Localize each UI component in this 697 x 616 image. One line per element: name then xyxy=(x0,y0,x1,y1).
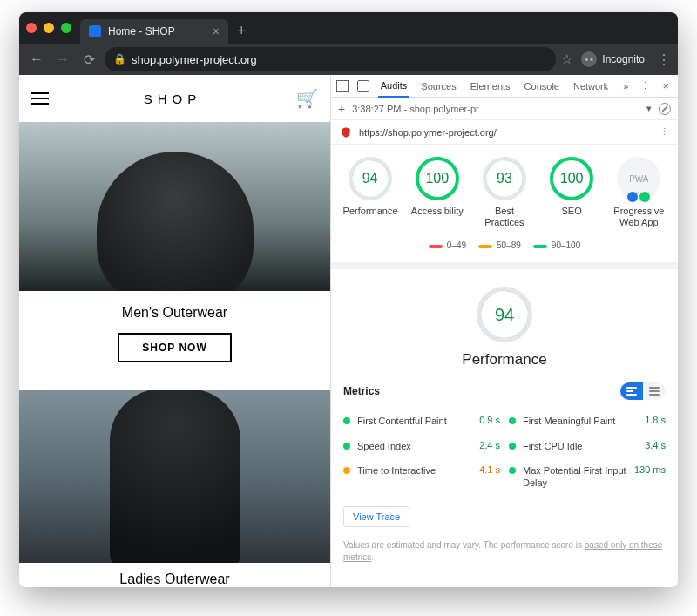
tab-sources[interactable]: Sources xyxy=(418,81,458,91)
metrics-view-toggle[interactable] xyxy=(620,382,666,400)
score-best-practices[interactable]: 93BestPractices xyxy=(477,157,531,228)
devtools-close-button[interactable]: × xyxy=(659,79,673,92)
category-title-mens: Men's Outerwear xyxy=(19,305,330,321)
site-header: SHOP 🛒 xyxy=(19,75,330,122)
metric-first-meaningful-paint: First Meaningful Paint1.8 s xyxy=(509,409,666,433)
dropdown-icon[interactable]: ▾ xyxy=(646,103,652,114)
forward-button[interactable]: → xyxy=(52,51,73,67)
tab-audits[interactable]: Audits xyxy=(378,75,410,98)
cart-button[interactable]: 🛒 xyxy=(296,88,318,109)
hero-image-ladies xyxy=(19,390,330,563)
incognito-indicator[interactable]: 👓 Incognito xyxy=(581,51,645,67)
browser-toolbar: ← → ⟳ 🔒 shop.polymer-project.org ☆ 👓 Inc… xyxy=(19,44,678,75)
clear-audits-button[interactable] xyxy=(659,103,671,115)
reload-button[interactable]: ⟳ xyxy=(78,51,99,68)
metric-value: 2.4 s xyxy=(479,440,500,450)
metric-value: 0.9 s xyxy=(479,415,500,425)
score-legend: 0–4950–8990–100 xyxy=(331,235,678,269)
disclaimer-text-a: Values are estimated and may vary. The p… xyxy=(343,540,585,550)
page-viewport: SHOP 🛒 Men's Outerwear SHOP NOW Ladies O… xyxy=(19,75,331,587)
inspect-element-icon[interactable] xyxy=(336,80,348,92)
category-block-mens: Men's Outerwear SHOP NOW xyxy=(19,291,330,383)
site-logo[interactable]: SHOP xyxy=(144,91,202,106)
score-pwa[interactable]: PWAProgressiveWeb App xyxy=(612,157,666,228)
favicon-icon xyxy=(89,25,101,37)
metric-status-dot xyxy=(509,443,516,450)
metric-status-dot xyxy=(343,443,350,450)
metric-name: Max Potential First Input Delay xyxy=(523,464,627,490)
shop-now-button[interactable]: SHOP NOW xyxy=(118,333,231,362)
tab-strip: Home - SHOP × + xyxy=(19,12,678,44)
audit-url-menu[interactable]: ⋮ xyxy=(660,126,669,138)
metrics-header: Metrics xyxy=(331,377,678,405)
close-window-button[interactable] xyxy=(26,23,37,33)
bookmark-star-icon[interactable]: ☆ xyxy=(561,51,572,67)
device-toolbar-icon[interactable] xyxy=(357,80,369,92)
address-bar[interactable]: 🔒 shop.polymer-project.org xyxy=(105,47,556,71)
metric-name: First Meaningful Paint xyxy=(523,415,638,427)
window-controls xyxy=(26,23,71,33)
metric-max-potential-first-input-delay: Max Potential First Input Delay130 ms xyxy=(509,458,666,496)
incognito-icon: 👓 xyxy=(581,51,597,67)
metric-first-contentful-paint: First Contentful Paint0.9 s xyxy=(343,409,500,433)
hero-image-mens xyxy=(19,122,330,291)
incognito-label: Incognito xyxy=(602,53,645,65)
browser-menu-button[interactable]: ⋮ xyxy=(657,51,671,68)
devtools-panel: Audits Sources Elements Console Network … xyxy=(331,75,678,587)
metric-status-dot xyxy=(343,467,350,474)
metric-name: First CPU Idle xyxy=(523,440,638,452)
maximize-window-button[interactable] xyxy=(61,23,71,33)
legend-item: 90–100 xyxy=(533,240,580,250)
metric-name: First Contentful Paint xyxy=(357,415,472,427)
browser-tab[interactable]: Home - SHOP × xyxy=(80,19,228,44)
new-tab-button[interactable]: + xyxy=(237,22,247,40)
minimize-window-button[interactable] xyxy=(44,23,54,33)
performance-value: 94 xyxy=(481,291,528,338)
tab-close-button[interactable]: × xyxy=(213,24,220,38)
metrics-heading: Metrics xyxy=(343,385,380,397)
audit-url: https://shop.polymer-project.org/ xyxy=(359,127,653,138)
category-title-ladies: Ladies Outerwear xyxy=(19,572,330,587)
score-seo[interactable]: 100SEO xyxy=(545,157,599,228)
metric-first-cpu-idle: First CPU Idle3.4 s xyxy=(509,434,666,458)
new-audit-button[interactable]: + xyxy=(338,102,345,116)
tab-network[interactable]: Network xyxy=(571,81,611,91)
metric-name: Time to Interactive xyxy=(357,464,472,477)
back-button[interactable]: ← xyxy=(26,51,47,67)
performance-gauge: 94 xyxy=(477,287,532,342)
metric-value: 130 ms xyxy=(634,464,666,475)
lighthouse-icon xyxy=(340,126,352,139)
view-trace-button[interactable]: View Trace xyxy=(343,506,409,527)
menu-button[interactable] xyxy=(31,92,49,105)
category-block-ladies: Ladies Outerwear xyxy=(19,563,330,587)
metric-time-to-interactive: Time to Interactive4.1 s xyxy=(343,458,500,496)
devtools-menu-button[interactable]: ⋮ xyxy=(640,80,650,91)
lock-icon: 🔒 xyxy=(113,53,126,65)
metric-status-dot xyxy=(343,417,350,424)
score-performance[interactable]: 94Performance xyxy=(343,157,397,228)
score-row: 94Performance100Accessibility93BestPract… xyxy=(331,145,678,235)
metric-status-dot xyxy=(509,467,516,474)
content-row: SHOP 🛒 Men's Outerwear SHOP NOW Ladies O… xyxy=(19,75,678,587)
tab-console[interactable]: Console xyxy=(522,81,562,91)
view-toggle-compact[interactable] xyxy=(643,382,666,400)
tab-title: Home - SHOP xyxy=(108,25,206,37)
more-tabs-button[interactable]: » xyxy=(619,81,632,91)
tab-elements[interactable]: Elements xyxy=(468,81,513,91)
legend-item: 0–49 xyxy=(429,240,466,250)
performance-label: Performance xyxy=(331,351,678,369)
audit-run-selector[interactable]: 3:38:27 PM - shop.polymer-pr xyxy=(352,104,639,114)
address-text: shop.polymer-project.org xyxy=(132,53,257,66)
legend-item: 50–89 xyxy=(478,240,521,250)
disclaimer-text-b: . xyxy=(371,552,374,562)
score-accessibility[interactable]: 100Accessibility xyxy=(410,157,464,228)
metric-speed-index: Speed Index2.4 s xyxy=(343,434,500,458)
metrics-grid: First Contentful Paint0.9 sFirst Meaning… xyxy=(331,405,678,504)
omnibox-actions: ☆ 👓 Incognito ⋮ xyxy=(561,51,671,68)
devtools-tabs: Audits Sources Elements Console Network … xyxy=(331,75,678,98)
view-toggle-expanded[interactable] xyxy=(620,382,643,400)
performance-main-score: 94 Performance xyxy=(331,269,678,377)
browser-window: Home - SHOP × + ← → ⟳ 🔒 shop.polymer-pro… xyxy=(19,12,678,587)
metric-status-dot xyxy=(509,417,516,424)
metric-name: Speed Index xyxy=(357,440,472,452)
